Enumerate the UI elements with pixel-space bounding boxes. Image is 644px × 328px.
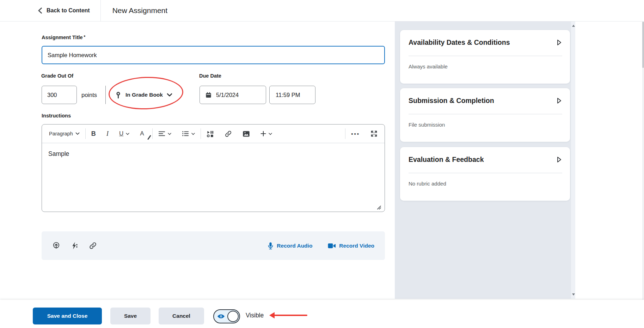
evaluation-feedback-header[interactable]: Evaluation & Feedback [409, 156, 562, 164]
fullscreen-icon[interactable] [370, 129, 378, 139]
card-divider [409, 56, 562, 56]
back-to-content-link[interactable]: Back to Content [37, 7, 90, 14]
chevron-right-icon [556, 97, 562, 104]
chevron-right-icon [556, 39, 562, 46]
italic-button[interactable]: I [106, 128, 109, 139]
insert-link-icon[interactable] [224, 129, 233, 139]
submission-completion-header[interactable]: Submission & Completion [409, 97, 562, 105]
card-submission-completion: Submission & Completion File submission [400, 88, 570, 142]
instructions-text: Sample [48, 150, 69, 157]
visibility-toggle[interactable] [213, 309, 240, 323]
video-camera-icon [328, 243, 336, 249]
grade-divider [105, 86, 106, 104]
chevron-down-icon [269, 133, 272, 135]
list-dropdown[interactable] [181, 129, 196, 138]
card-summary: Always available [409, 63, 562, 69]
grade-pin-icon [115, 91, 122, 99]
file-upload-icon[interactable] [52, 242, 60, 250]
panel-scrollbar[interactable] [571, 22, 575, 299]
instructions-label: Instructions [42, 113, 71, 119]
toolbar-divider [345, 128, 345, 139]
editor-toolbar: Paragraph B I U A [42, 124, 385, 143]
points-unit-label: points [81, 86, 97, 104]
topbar-divider [100, 0, 101, 22]
record-audio-label: Record Audio [277, 243, 312, 249]
availability-dates-header[interactable]: Availability Dates & Conditions [409, 38, 562, 47]
chevron-right-icon [556, 156, 562, 163]
chevron-down-icon [191, 133, 195, 135]
card-summary: File submission [409, 122, 562, 128]
due-time-field[interactable]: 11:59 PM [269, 86, 315, 104]
insert-stuff-icon[interactable] [206, 129, 215, 139]
plus-icon [260, 131, 266, 136]
in-grade-book-label: In Grade Book [125, 92, 163, 98]
instructions-content[interactable]: Sample [42, 143, 385, 212]
due-time-value: 11:59 PM [276, 92, 300, 98]
card-evaluation-feedback: Evaluation & Feedback No rubric added [400, 147, 570, 201]
bold-button[interactable]: B [91, 129, 97, 139]
window-scrollbar-thumb[interactable] [642, 22, 644, 68]
save-button[interactable]: Save [110, 308, 151, 324]
attach-link-icon[interactable] [89, 242, 97, 250]
align-dropdown[interactable] [158, 129, 172, 138]
font-color-button[interactable]: A [139, 129, 147, 139]
chevron-down-icon [167, 93, 172, 97]
scroll-up-arrow-icon[interactable] [572, 25, 575, 27]
toggle-knob [227, 311, 239, 322]
in-grade-book-dropdown[interactable]: In Grade Book [115, 86, 172, 104]
due-date-label: Due Date [199, 73, 221, 79]
attachments-bar: Record Audio Record Video [42, 231, 385, 260]
microphone-icon [268, 242, 274, 250]
chevron-down-icon [168, 133, 171, 135]
calendar-icon [205, 92, 212, 98]
editor-resize-handle[interactable] [376, 205, 381, 210]
back-to-content-label: Back to Content [47, 7, 90, 14]
toolbar-divider [85, 128, 86, 139]
visibility-label: Visible [246, 312, 264, 319]
save-and-close-button[interactable]: Save and Close [33, 308, 102, 324]
points-input[interactable] [42, 86, 77, 104]
card-divider [409, 173, 562, 173]
card-title: Submission & Completion [409, 97, 494, 105]
scroll-down-arrow-icon[interactable] [572, 293, 575, 296]
insert-more-dropdown[interactable] [260, 129, 273, 138]
more-options-button[interactable]: ••• [350, 129, 361, 138]
paragraph-style-dropdown[interactable]: Paragraph [48, 129, 80, 138]
due-date-field[interactable]: 5/1/2024 [200, 86, 266, 104]
required-asterisk: * [84, 35, 86, 40]
chevron-left-icon [37, 7, 43, 14]
insert-image-icon[interactable] [242, 129, 251, 139]
options-side-panel: Availability Dates & Conditions Always a… [395, 22, 571, 299]
toolbar-divider [152, 128, 153, 139]
underline-dropdown[interactable]: U [118, 129, 130, 139]
card-title: Availability Dates & Conditions [409, 38, 510, 47]
eye-icon [217, 313, 225, 320]
bullet-list-icon [182, 130, 189, 137]
toolbar-divider [201, 128, 201, 139]
insert-quicklink-icon[interactable] [71, 242, 78, 250]
card-title: Evaluation & Feedback [409, 156, 484, 164]
record-video-label: Record Video [339, 243, 374, 249]
window-scrollbar[interactable] [642, 0, 644, 328]
page-title: New Assignment [112, 6, 167, 15]
record-audio-button[interactable]: Record Audio [268, 242, 312, 250]
top-bar: Back to Content New Assignment [0, 0, 644, 22]
card-divider [409, 114, 562, 114]
chevron-down-icon [75, 132, 80, 135]
assignment-title-input[interactable] [42, 46, 385, 64]
cancel-button[interactable]: Cancel [159, 308, 204, 324]
chevron-down-icon [126, 133, 129, 135]
card-summary: No rubric added [409, 181, 562, 187]
grade-out-of-label: Grade Out Of [41, 73, 73, 79]
instructions-editor: Paragraph B I U A [42, 124, 385, 212]
card-availability-dates: Availability Dates & Conditions Always a… [400, 30, 570, 84]
align-left-icon [158, 130, 165, 137]
assignment-title-label: Assignment Title* [42, 35, 85, 40]
record-video-button[interactable]: Record Video [328, 243, 374, 249]
due-date-value: 5/1/2024 [216, 92, 239, 98]
